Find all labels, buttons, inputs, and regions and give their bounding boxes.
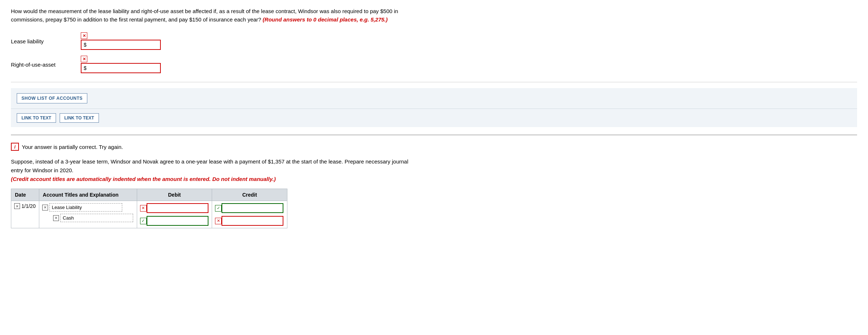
debit2-check-button[interactable]: ✓ [140,218,147,224]
date-value: 1/1/20 [21,203,36,209]
table-header-row: Date Account Titles and Explanation Debi… [11,189,287,201]
close-icon: ✕ [83,34,86,38]
right-of-use-label: Right-of-use-asset [11,62,76,68]
credit-cell-content: ✓ ✕ [215,203,284,226]
journal-table: Date Account Titles and Explanation Debi… [11,189,287,228]
account2-clear-button[interactable]: ✕ [53,215,59,221]
link-to-text-button-2[interactable]: LINK TO TEXT [60,113,99,123]
debit-input-row-1: ✕ [140,203,209,213]
credit2-clear-button[interactable]: ✕ [215,218,222,224]
dollar-sign: $ [84,65,87,71]
account1-text-box[interactable]: Lease Liability [49,203,122,212]
col-header-credit: Credit [212,189,287,201]
lease-liability-input-wrapper: $ [81,40,161,50]
right-of-use-input-group: ✕ $ [81,56,161,73]
col-header-account: Account Titles and Explanation [39,189,137,201]
lease-liability-clear-button[interactable]: ✕ [81,32,87,39]
account2-value: Cash [63,215,74,221]
close-icon: ✕ [16,204,19,208]
credit1-input[interactable] [222,203,283,213]
question-instruction: (Round answers to 0 decimal places, e.g.… [263,16,387,23]
show-accounts-section: SHOW LIST OF ACCOUNTS [11,88,857,109]
right-of-use-row: Right-of-use-asset ✕ $ [11,56,857,73]
account-cell-content: ✕ Lease Liability ✕ Cash [42,203,134,222]
link-to-text-button-1[interactable]: LINK TO TEXT [17,113,56,123]
check-icon: ✓ [217,206,220,210]
debit-cell-content: ✕ ✓ [140,203,209,226]
col-header-debit: Debit [137,189,212,201]
debit1-input[interactable] [147,203,208,213]
right-of-use-input[interactable] [88,65,157,71]
partial-correct-icon: / [11,143,19,151]
account1-value: Lease Liability [52,205,82,210]
account-titles-cell: ✕ Lease Liability ✕ Cash [39,201,137,228]
debit1-clear-button[interactable]: ✕ [140,205,147,212]
lease-liability-input[interactable] [88,42,157,48]
close-icon: ✕ [142,206,145,210]
check-icon: ✓ [142,218,145,223]
date-content: ✕ 1/1/20 [14,203,36,209]
close-icon: ✕ [55,216,57,220]
credit-input-row-1: ✓ [215,203,284,213]
credit2-input[interactable] [222,216,283,226]
journal-question-text: Suppose, instead of a 3-year lease term,… [11,157,411,184]
input-section: Lease liability ✕ $ Right-of-use-asset ✕… [11,32,857,73]
lease-liability-label: Lease liability [11,38,76,44]
right-of-use-clear-button[interactable]: ✕ [81,56,87,62]
account-entry-1: ✕ Lease Liability [42,203,134,212]
close-icon: ✕ [83,57,86,62]
journal-main-text: Suppose, instead of a 3-year lease term,… [11,158,408,173]
table-row: ✕ 1/1/20 ✕ Lease Liability [11,201,287,228]
account1-clear-button[interactable]: ✕ [42,205,48,210]
close-icon: ✕ [217,218,220,223]
link-text-section: LINK TO TEXT LINK TO TEXT [11,109,857,127]
right-of-use-input-wrapper: $ [81,63,161,73]
date-clear-button[interactable]: ✕ [14,203,20,209]
section-separator [11,134,857,135]
credit-cell: ✓ ✕ [212,201,287,228]
close-icon: ✕ [44,205,47,209]
debit-cell: ✕ ✓ [137,201,212,228]
question-text-part1: How would the measurement of the lease l… [11,7,411,24]
lease-liability-row: Lease liability ✕ $ [11,32,857,50]
lease-liability-input-group: ✕ $ [81,32,161,50]
date-cell: ✕ 1/1/20 [11,201,39,228]
debit2-input[interactable] [147,216,208,226]
divider-1 [11,82,857,82]
journal-instruction: (Credit account titles are automatically… [11,176,276,182]
partial-correct-banner: / Your answer is partially correct. Try … [11,143,857,151]
credit1-check-button[interactable]: ✓ [215,205,222,212]
account-entry-2: ✕ Cash [42,214,134,222]
col-header-date: Date [11,189,39,201]
partial-correct-message: Your answer is partially correct. Try ag… [22,144,123,150]
show-list-accounts-button[interactable]: SHOW LIST OF ACCOUNTS [17,93,87,103]
credit-input-row-2: ✕ [215,216,284,226]
account2-text-box[interactable]: Cash [60,214,133,222]
dollar-sign: $ [84,42,87,48]
debit-input-row-2: ✓ [140,216,209,226]
